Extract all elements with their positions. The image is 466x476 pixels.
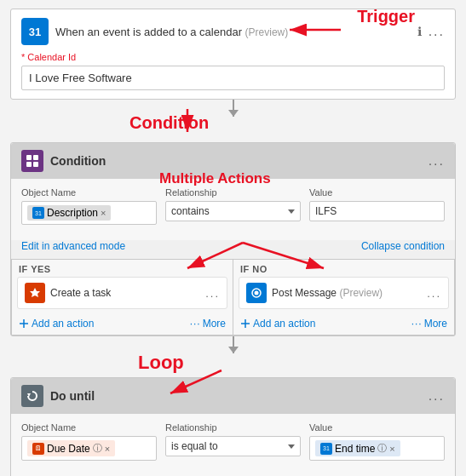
if-yes-add-action[interactable]: Add an action — [19, 318, 94, 330]
if-row: IF YES Create a task ... Add — [11, 259, 455, 335]
svg-rect-0 — [26, 155, 32, 160]
condition-icon — [21, 150, 43, 172]
value-col: Value — [309, 187, 445, 221]
main-container: 31 When an event is added to a calendar … — [0, 0, 466, 476]
end-time-tag-icon: 31 — [320, 443, 332, 455]
condition-header: Condition ... — [11, 143, 455, 179]
svg-rect-3 — [33, 162, 38, 167]
if-yes-more-button[interactable]: ... — [205, 287, 220, 300]
annotation-condition: Condition — [129, 113, 209, 133]
dountil-relationship-label: Relationship — [165, 422, 301, 433]
dountil-relationship-dropdown[interactable]: is equal to — [165, 436, 301, 456]
relationship-col: Relationship contains — [165, 187, 301, 221]
info-icon-endtime[interactable]: ⓘ — [377, 442, 387, 455]
post-message-title: Post Message (Preview) — [272, 287, 422, 299]
description-tag: 31 Description × — [27, 205, 111, 221]
trigger-more-button[interactable]: ... — [429, 24, 445, 39]
condition-body: Object Name 31 Description × Relationshi… — [11, 179, 455, 240]
dountil-value-input[interactable]: 31 End time ⓘ × — [309, 436, 445, 461]
dountil-body: Object Name 🗓 Due Date ⓘ × Relationship — [11, 414, 455, 476]
if-yes-more-link[interactable]: ··· More — [190, 318, 226, 330]
value-label: Value — [309, 187, 445, 198]
info-icon[interactable]: ℹ — [417, 25, 422, 38]
if-yes-add-row: Add an action ··· More — [12, 314, 233, 335]
dountil-block: Do until ... Object Name 🗓 Due Date ⓘ × — [10, 377, 456, 476]
dountil-more-button[interactable]: ... — [429, 388, 445, 404]
svg-rect-1 — [33, 155, 38, 160]
preview-tag: (Preview) — [245, 26, 289, 38]
dountil-icon — [21, 385, 43, 407]
dountil-chevron-icon — [288, 444, 295, 449]
end-time-close-icon[interactable]: × — [389, 444, 394, 454]
if-no-add-row: Add an action ··· More — [233, 314, 454, 335]
page-wrapper: 31 When an event is added to a calendar … — [0, 0, 466, 476]
trigger-icon: 31 — [21, 18, 49, 45]
relationship-label: Relationship — [165, 187, 301, 198]
due-date-close-icon[interactable]: × — [105, 444, 110, 454]
create-task-title: Create a task — [50, 287, 200, 299]
trigger-block: 31 When an event is added to a calendar … — [10, 9, 456, 100]
dountil-object-input[interactable]: 🗓 Due Date ⓘ × — [21, 436, 157, 461]
object-name-col: Object Name 31 Description × — [21, 187, 157, 225]
calendar-id-input[interactable]: I Love Free Software — [21, 66, 445, 90]
annotation-loop: Loop — [138, 352, 184, 374]
create-task-action[interactable]: Create a task ... — [17, 277, 227, 309]
advanced-mode-link[interactable]: Edit in advanced mode — [21, 240, 125, 252]
condition-row: Object Name 31 Description × Relationshi… — [21, 187, 445, 225]
dountil-relationship-col: Relationship is equal to — [165, 422, 301, 456]
due-date-tag: 🗓 Due Date ⓘ × — [27, 440, 115, 456]
if-yes-branch: IF YES Create a task ... Add — [11, 259, 233, 335]
svg-rect-2 — [26, 162, 32, 167]
object-name-input[interactable]: 31 Description × — [21, 201, 157, 225]
trigger-header: 31 When an event is added to a calendar … — [21, 18, 445, 45]
calendar-id-label: * Calendar Id — [21, 52, 445, 62]
condition-title: Condition — [50, 154, 422, 168]
connector-1 — [10, 100, 456, 117]
condition-footer: Edit in advanced mode Collapse condition — [11, 240, 455, 259]
if-no-more-button[interactable]: ... — [427, 287, 441, 300]
object-name-label: Object Name — [21, 187, 157, 198]
tag-close-icon[interactable]: × — [101, 208, 106, 218]
if-yes-label: IF YES — [12, 260, 233, 277]
relationship-dropdown[interactable]: contains — [165, 201, 301, 221]
dountil-value-col: Value 31 End time ⓘ × — [309, 422, 445, 461]
if-no-add-action[interactable]: Add an action — [240, 318, 315, 330]
dountil-title: Do until — [50, 389, 422, 403]
chevron-down-icon — [288, 209, 295, 214]
post-message-icon — [246, 283, 267, 303]
value-input[interactable] — [309, 201, 445, 221]
create-task-icon — [25, 283, 45, 303]
if-no-more-link[interactable]: ··· More — [411, 318, 447, 330]
tag-icon: 31 — [32, 207, 44, 219]
if-no-label: IF NO — [233, 260, 454, 277]
collapse-link[interactable]: Collapse condition — [361, 240, 445, 252]
trigger-title: When an event is added to a calendar (Pr… — [55, 26, 411, 38]
svg-point-7 — [255, 291, 259, 295]
if-no-branch: IF NO Post Message (Preview) ... — [233, 259, 455, 335]
dountil-condition-row: Object Name 🗓 Due Date ⓘ × Relationship — [21, 422, 445, 461]
dountil-header: Do until ... — [11, 378, 455, 414]
condition-block: Condition ... Object Name 31 Description… — [10, 142, 456, 336]
end-time-tag: 31 End time ⓘ × — [315, 440, 400, 456]
post-message-action[interactable]: Post Message (Preview) ... — [239, 277, 449, 309]
dountil-value-label: Value — [309, 422, 445, 433]
info-icon-duedate[interactable]: ⓘ — [93, 442, 102, 455]
dountil-object-label: Object Name — [21, 422, 157, 433]
dountil-object-col: Object Name 🗓 Due Date ⓘ × — [21, 422, 157, 461]
due-date-tag-icon: 🗓 — [32, 443, 44, 455]
condition-more-button[interactable]: ... — [429, 153, 445, 169]
connector-2 — [10, 336, 456, 353]
